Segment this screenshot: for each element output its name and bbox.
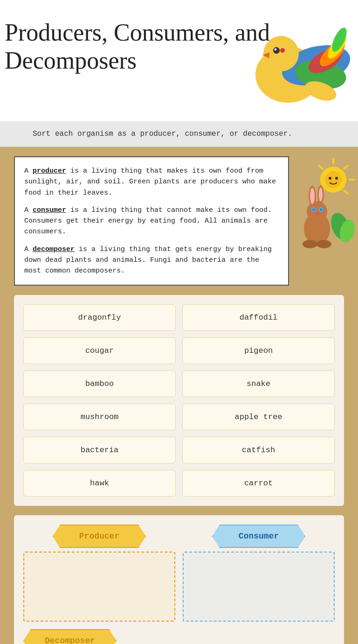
svg-point-32: [316, 212, 319, 215]
organism-card-cougar[interactable]: cougar: [23, 337, 176, 364]
bird-decoration: [213, 0, 358, 121]
instruction-bar: Sort each organism as a producer, consum…: [0, 121, 358, 147]
consumer-term: consumer: [33, 206, 66, 214]
consumer-definition: A consumer is a living thing that cannot…: [24, 205, 279, 238]
organism-card-bacteria[interactable]: bacteria: [23, 437, 176, 463]
organism-card-dragonfly[interactable]: dragonfly: [23, 304, 176, 331]
svg-line-19: [319, 166, 323, 169]
organism-card-pigeon[interactable]: pigeon: [182, 337, 335, 364]
organism-card-hawk[interactable]: hawk: [23, 470, 176, 497]
svg-point-27: [319, 188, 323, 202]
instruction-text: Sort each organism as a producer, consum…: [33, 130, 292, 138]
svg-point-14: [325, 171, 342, 188]
organism-grid: dragonflydaffodilcougarpigeonbamboosnake…: [23, 304, 335, 497]
svg-point-9: [275, 49, 277, 51]
animal-illustration: [289, 156, 358, 259]
definition-section: A producer is a living thing that makes …: [14, 156, 344, 286]
producer-banner: Producer: [53, 525, 146, 548]
svg-point-33: [303, 240, 317, 248]
decomposer-category: Decomposer: [23, 629, 179, 644]
producer-term: producer: [33, 167, 66, 175]
svg-point-21: [335, 177, 338, 180]
svg-line-16: [344, 166, 348, 169]
producer-definition: A producer is a living thing that makes …: [24, 166, 279, 198]
organism-card-apple-tree[interactable]: apple tree: [182, 404, 335, 430]
consumer-banner: Consumer: [212, 525, 305, 548]
svg-point-31: [320, 208, 323, 211]
decomposer-label: Decomposer: [45, 636, 95, 644]
producer-category: Producer: [23, 525, 175, 622]
svg-point-11: [280, 48, 285, 53]
decomposer-banner: Decomposer: [23, 629, 117, 644]
svg-point-8: [273, 47, 280, 54]
consumer-label: Consumer: [239, 532, 279, 541]
sort-top-row: Producer Consumer: [23, 525, 335, 622]
organism-card-mushroom[interactable]: mushroom: [23, 404, 176, 430]
consumer-category: Consumer: [183, 525, 335, 622]
organism-card-snake[interactable]: snake: [182, 371, 335, 397]
organism-grid-container: dragonflydaffodilcougarpigeonbamboosnake…: [14, 295, 344, 506]
producer-drop-zone[interactable]: [23, 552, 175, 622]
top-area: Producers, Consumers, and Decomposers: [0, 0, 358, 121]
definition-box: A producer is a living thing that makes …: [14, 156, 289, 286]
organism-card-bamboo[interactable]: bamboo: [23, 371, 176, 397]
decomposer-definition: A decomposer is a living thing that gets…: [24, 244, 279, 277]
svg-line-18: [344, 190, 348, 194]
sort-container: Producer Consumer Decomposer: [14, 515, 344, 644]
svg-point-29: [312, 208, 315, 211]
organism-card-carrot[interactable]: carrot: [182, 470, 335, 497]
svg-point-25: [310, 188, 315, 204]
svg-point-34: [317, 240, 331, 248]
consumer-drop-zone[interactable]: [183, 552, 335, 622]
organism-card-catfish[interactable]: catfish: [182, 437, 335, 463]
svg-point-23: [307, 201, 327, 222]
organism-card-daffodil[interactable]: daffodil: [182, 304, 335, 331]
producer-label: Producer: [79, 532, 119, 541]
main-content: A producer is a living thing that makes …: [0, 147, 358, 644]
svg-point-20: [329, 177, 331, 180]
decomposer-term: decomposer: [33, 245, 75, 253]
sort-bottom-row: Decomposer: [23, 629, 335, 644]
